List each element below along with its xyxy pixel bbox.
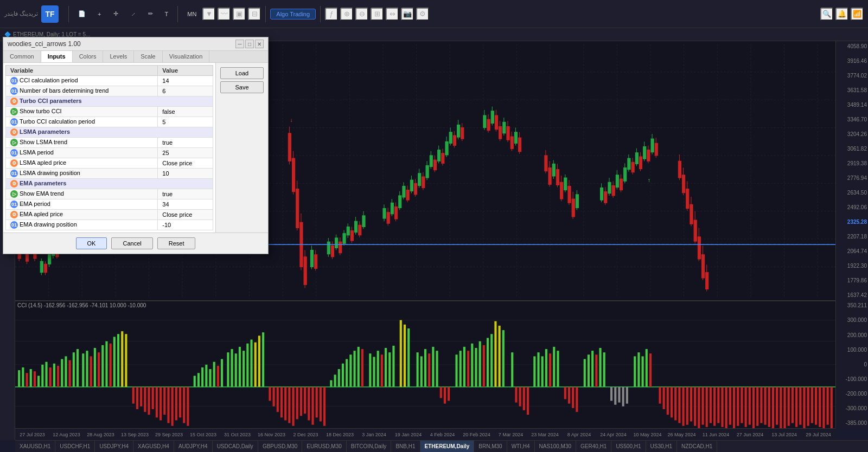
tab-brn[interactable]: BRN,M30 — [474, 441, 507, 453]
val-lsma-price[interactable]: Close price — [158, 158, 213, 169]
svg-rect-403 — [323, 387, 326, 426]
tab-visualization[interactable]: Visualization — [163, 51, 210, 62]
tab-scale[interactable]: Scale — [134, 51, 163, 62]
tab-inputs[interactable]: Inputs — [41, 51, 73, 62]
col-value: Value — [158, 66, 213, 76]
svg-rect-495 — [729, 387, 731, 425]
icon-gear-lsma: ⚙ — [10, 128, 18, 136]
dialog-titlebar[interactable]: woodies_cci_arrows 1.00 ─ □ ✕ — [3, 37, 268, 51]
tab-audjpy[interactable]: AUDJPY,H4 — [174, 441, 213, 453]
tab-usdcad[interactable]: USDCAD,Daily — [213, 441, 258, 453]
add-btn[interactable]: + — [93, 9, 106, 20]
signal-btn[interactable]: 📶 — [851, 8, 864, 21]
chart-type-bar[interactable]: ⊟ — [248, 8, 261, 21]
dialog-maximize-btn[interactable]: □ — [245, 40, 254, 48]
table-row[interactable]: 01EMA period 34 — [6, 199, 213, 210]
price-2492: 2492.06 — [837, 204, 867, 210]
chart-type-candle[interactable]: ▣ — [233, 8, 246, 21]
table-row[interactable]: ⚙EMA apled price Close price — [6, 210, 213, 220]
timeframe-btn[interactable]: MN — [182, 9, 201, 20]
svg-rect-351 — [110, 344, 112, 387]
tab-colors[interactable]: Colors — [73, 51, 104, 62]
svg-rect-372 — [197, 373, 200, 388]
val-ema-period[interactable]: 34 — [158, 199, 213, 210]
tab-nzdcad[interactable]: NZDCAD,H1 — [677, 441, 717, 453]
tab-bitcoin[interactable]: BITCOIN,Daily — [347, 441, 392, 453]
cci-price-neg100: -100.000 — [837, 376, 867, 382]
new-chart-btn[interactable]: 📄 — [73, 8, 91, 20]
tab-ethereum[interactable]: ETHEREUM,Daily — [420, 441, 475, 453]
chart-type-area[interactable]: 〰 — [218, 8, 231, 21]
table-row[interactable]: 01LSMA period 25 — [6, 148, 213, 158]
reset-button[interactable]: Reset — [157, 237, 196, 249]
val-turbo-period[interactable]: 5 — [158, 117, 213, 127]
svg-rect-497 — [737, 387, 739, 426]
tab-eurusd[interactable]: EURUSD,M30 — [302, 441, 346, 453]
indicators-btn[interactable]: ƒ — [325, 8, 338, 21]
zoom-out-btn[interactable]: ⊖ — [355, 8, 368, 21]
tab-usdjpy[interactable]: USDJPY,H4 — [95, 441, 133, 453]
table-row[interactable]: ⚙LSMA apled price Close price — [6, 158, 213, 169]
val-cci-period[interactable]: 14 — [158, 76, 213, 86]
tab-wti[interactable]: WTI,H4 — [507, 441, 535, 453]
svg-rect-376 — [213, 362, 215, 387]
text-btn[interactable]: T — [160, 9, 174, 20]
var-lsma-period: 01LSMA period — [6, 148, 158, 158]
tab-gbpusd[interactable]: GBPUSD,M30 — [258, 441, 302, 453]
svg-rect-341 — [69, 360, 71, 387]
table-row[interactable]: ▷Show turbo CCI false — [6, 107, 213, 117]
scroll-btn[interactable]: ⇔ — [386, 8, 399, 21]
screenshot-btn[interactable]: 📷 — [401, 8, 414, 21]
svg-rect-402 — [320, 387, 322, 422]
table-row[interactable]: 01LSMA drawing position 10 — [6, 169, 213, 179]
table-row[interactable]: 01Number of bars determining trend 6 — [6, 86, 213, 96]
tab-us30[interactable]: US30,H1 — [646, 441, 678, 453]
inputs-table: Variable Value 01CCI calculation period … — [5, 65, 213, 230]
tab-usdchf[interactable]: USDCHF,H1 — [55, 441, 95, 453]
tab-bnb[interactable]: BNB,H1 — [391, 441, 420, 453]
val-lsma-period[interactable]: 25 — [158, 148, 213, 158]
val-show-ema[interactable]: true — [158, 189, 213, 199]
dialog-minimize-btn[interactable]: ─ — [235, 40, 244, 48]
val-bars-trend[interactable]: 6 — [158, 86, 213, 96]
table-row[interactable]: 01Turbo CCI calculation period 5 — [6, 117, 213, 127]
svg-rect-462 — [588, 355, 590, 388]
algo-trading-btn[interactable]: Algo Trading — [270, 9, 316, 20]
val-show-turbo[interactable]: false — [158, 107, 213, 117]
table-row[interactable]: ▷Show EMA trend true — [6, 189, 213, 199]
cci-price-100: 100.000 — [837, 347, 867, 353]
dialog-close-btn[interactable]: ✕ — [255, 40, 264, 48]
svg-rect-435 — [467, 351, 469, 388]
table-row[interactable]: 01EMA drawing position -10 — [6, 220, 213, 230]
cancel-button[interactable]: Cancel — [111, 237, 152, 249]
settings-btn[interactable]: ⚙ — [416, 8, 429, 21]
tab-xagusd[interactable]: XAGUSD,H4 — [133, 441, 174, 453]
val-ema-pos[interactable]: -10 — [158, 220, 213, 230]
crosshair-btn[interactable]: ✛ — [108, 8, 123, 20]
grid-btn[interactable]: ⊞ — [371, 8, 384, 21]
zoom-in-btn[interactable]: ⊕ — [340, 8, 353, 21]
tab-ger40[interactable]: GER40,H1 — [576, 441, 611, 453]
pencil-btn[interactable]: ✏ — [143, 8, 158, 20]
timeframe-dropdown[interactable]: ▼ — [202, 8, 215, 21]
search-btn[interactable]: 🔍 — [820, 8, 833, 21]
tab-common[interactable]: Common — [3, 51, 41, 62]
tab-nas100[interactable]: NAS100,M30 — [535, 441, 576, 453]
tab-us500[interactable]: US500,H1 — [611, 441, 646, 453]
ok-button[interactable]: OK — [76, 237, 107, 249]
tab-xauusd[interactable]: XAUUSD,H1 — [15, 441, 55, 453]
save-button[interactable]: Save — [220, 81, 264, 93]
val-lsma-pos[interactable]: 10 — [158, 169, 213, 179]
svg-rect-390 — [273, 387, 275, 406]
svg-rect-407 — [342, 364, 344, 387]
val-show-lsma[interactable]: true — [158, 138, 213, 148]
load-button[interactable]: Load — [220, 67, 264, 79]
tab-levels[interactable]: Levels — [103, 51, 134, 62]
val-ema-price[interactable]: Close price — [158, 210, 213, 220]
icon-gear-lsma-price: ⚙ — [10, 159, 18, 167]
svg-rect-380 — [231, 349, 233, 387]
notification-btn[interactable]: 🔔 — [835, 8, 848, 21]
table-row[interactable]: ▷Show LSMA trend true — [6, 138, 213, 148]
table-row[interactable]: 01CCI calculation period 14 — [6, 76, 213, 86]
line-btn[interactable]: ⟋ — [125, 9, 141, 20]
